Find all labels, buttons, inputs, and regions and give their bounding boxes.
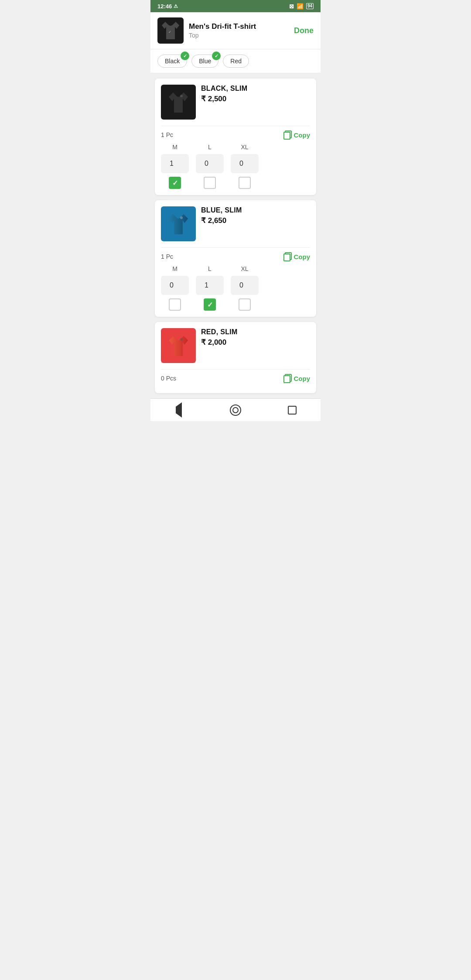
size-label-m-blue: M xyxy=(172,265,177,272)
product-name: Men's Dri-fit T-shirt xyxy=(189,22,256,31)
color-filter-bar: Black ✓ Blue ✓ Red xyxy=(150,49,321,73)
variant-card-blue-slim: BLUE, SLIM ₹ 2,650 1 Pc Copy M L xyxy=(155,200,316,317)
variant-thumbnail-black xyxy=(161,85,196,120)
time-display: 12:46 xyxy=(157,3,172,10)
product-header: ✓ Men's Dri-fit T-shirt Top Done xyxy=(150,12,321,49)
color-chip-black[interactable]: Black ✓ xyxy=(157,55,187,68)
home-button[interactable] xyxy=(229,403,242,417)
size-input-xl-blue[interactable] xyxy=(231,276,259,295)
recent-button[interactable] xyxy=(285,403,299,417)
variant-name-blue: BLUE, SLIM xyxy=(201,206,310,214)
size-checkbox-l-blue[interactable] xyxy=(204,298,216,311)
svg-point-2 xyxy=(180,216,183,219)
pc-row-black: 1 Pc Copy xyxy=(161,130,310,139)
product-type: Top xyxy=(189,32,256,39)
variant-price-blue: ₹ 2,650 xyxy=(201,216,310,225)
variant-info-blue: BLUE, SLIM ₹ 2,650 xyxy=(201,206,310,225)
card-bottom-blue: 1 Pc Copy M L XL xyxy=(155,248,316,317)
variant-info-black: BLACK, SLIM ₹ 2,500 xyxy=(201,85,310,103)
size-grid-black: M L XL xyxy=(161,144,310,189)
color-chip-red[interactable]: Red xyxy=(223,55,249,68)
size-checkbox-xl-blue[interactable] xyxy=(239,298,251,311)
home-icon xyxy=(230,404,241,416)
variant-price-black: ₹ 2,500 xyxy=(201,94,310,103)
tshirt-red-icon xyxy=(165,332,191,359)
size-col-l-black: L xyxy=(196,144,224,189)
size-label-l-black: L xyxy=(208,144,212,151)
size-input-xl-black[interactable] xyxy=(231,154,259,173)
done-button[interactable]: Done xyxy=(294,26,314,35)
size-label-xl-black: XL xyxy=(241,144,248,151)
variant-name-black: BLACK, SLIM xyxy=(201,85,310,93)
variant-thumbnail-red xyxy=(161,328,196,363)
tshirt-black-icon xyxy=(165,89,191,115)
copy-button-red[interactable]: Copy xyxy=(283,374,311,383)
status-right: ⊠ 📶 94 xyxy=(289,3,314,10)
wifi-icon: 📶 xyxy=(297,3,304,10)
size-input-l-black[interactable] xyxy=(196,154,224,173)
variant-price-red: ₹ 2,000 xyxy=(201,338,310,347)
check-badge-blue: ✓ xyxy=(212,51,221,60)
screen-off-icon: ⊠ xyxy=(289,3,294,10)
pc-label-red: 0 Pcs xyxy=(161,375,176,382)
card-bottom-black: 1 Pc Copy M L XL xyxy=(155,126,316,195)
copy-icon-red xyxy=(283,374,291,383)
size-col-xl-blue: XL xyxy=(231,265,259,311)
svg-point-3 xyxy=(180,338,183,341)
copy-icon-black xyxy=(283,130,291,139)
pc-label-blue: 1 Pc xyxy=(161,253,173,260)
size-checkbox-m-black[interactable] xyxy=(169,177,181,189)
card-top-black: BLACK, SLIM ₹ 2,500 xyxy=(155,79,316,126)
size-input-l-blue[interactable] xyxy=(196,276,224,295)
product-list: BLACK, SLIM ₹ 2,500 1 Pc Copy M L xyxy=(150,73,321,398)
variant-name-red: RED, SLIM xyxy=(201,328,310,336)
copy-button-blue[interactable]: Copy xyxy=(283,252,311,261)
tshirt-blue-icon xyxy=(165,211,191,237)
battery-indicator: 94 xyxy=(306,3,314,9)
color-chip-blue[interactable]: Blue ✓ xyxy=(191,55,218,68)
check-badge-black: ✓ xyxy=(181,51,189,60)
pc-row-blue: 1 Pc Copy xyxy=(161,252,310,261)
size-input-m-black[interactable] xyxy=(161,154,189,173)
variant-info-red: RED, SLIM ₹ 2,000 xyxy=(201,328,310,347)
back-button[interactable] xyxy=(172,403,186,417)
size-checkbox-l-black[interactable] xyxy=(204,177,216,189)
svg-text:✓: ✓ xyxy=(168,30,171,34)
size-col-xl-black: XL xyxy=(231,144,259,189)
pc-row-red: 0 Pcs Copy xyxy=(161,374,310,383)
size-col-m-blue: M xyxy=(161,265,189,311)
status-left: 12:46 ⚠ xyxy=(157,3,178,10)
recent-icon xyxy=(288,406,297,415)
tshirt-thumbnail-icon: ✓ xyxy=(157,17,184,44)
header-left: ✓ Men's Dri-fit T-shirt Top xyxy=(157,17,256,44)
status-bar: 12:46 ⚠ ⊠ 📶 94 xyxy=(150,0,321,12)
copy-button-black[interactable]: Copy xyxy=(283,130,311,139)
copy-icon-blue xyxy=(283,252,291,261)
size-col-m-black: M xyxy=(161,144,189,189)
bottom-navigation xyxy=(150,398,321,421)
pc-label-black: 1 Pc xyxy=(161,131,173,138)
back-icon xyxy=(176,407,182,413)
size-label-xl-blue: XL xyxy=(241,265,248,272)
card-top-blue: BLUE, SLIM ₹ 2,650 xyxy=(155,200,316,247)
size-checkbox-xl-black[interactable] xyxy=(239,177,251,189)
card-top-red: RED, SLIM ₹ 2,000 xyxy=(155,322,316,369)
variant-card-black-slim: BLACK, SLIM ₹ 2,500 1 Pc Copy M L xyxy=(155,79,316,195)
svg-point-1 xyxy=(180,95,183,97)
header-info: Men's Dri-fit T-shirt Top xyxy=(189,22,256,39)
variant-card-red-slim: RED, SLIM ₹ 2,000 0 Pcs Copy xyxy=(155,322,316,393)
warning-icon: ⚠ xyxy=(174,3,178,9)
size-grid-blue: M L XL xyxy=(161,265,310,311)
product-thumbnail: ✓ xyxy=(157,17,184,44)
size-label-m-black: M xyxy=(172,144,177,151)
size-checkbox-m-blue[interactable] xyxy=(169,298,181,311)
size-input-m-blue[interactable] xyxy=(161,276,189,295)
size-label-l-blue: L xyxy=(208,265,212,272)
card-bottom-red: 0 Pcs Copy xyxy=(155,370,316,393)
size-col-l-blue: L xyxy=(196,265,224,311)
variant-thumbnail-blue xyxy=(161,206,196,241)
